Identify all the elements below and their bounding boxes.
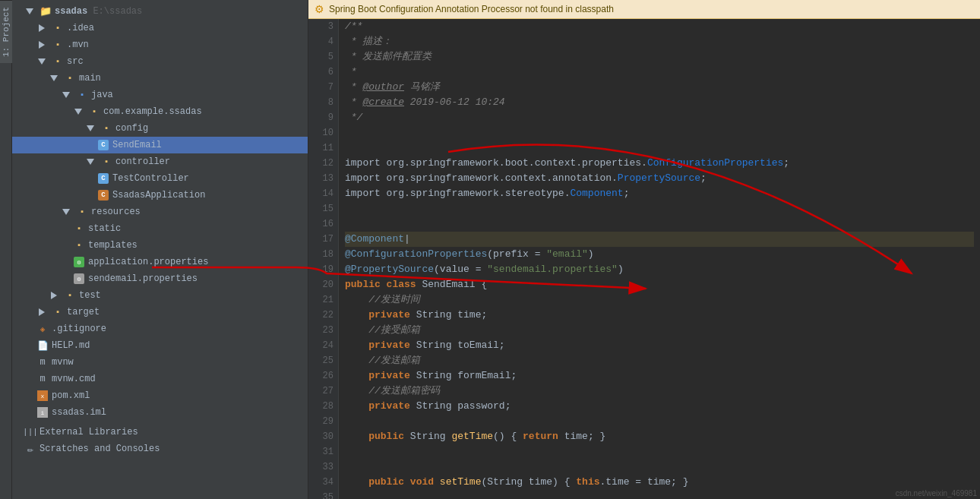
code-line-8: * @create 2019-06-12 10:24 [345,95,974,110]
arrow-down-src-icon [36,55,49,68]
tree-label-static: static [88,223,121,234]
tree-item-mvnwcmd[interactable]: m mvnw.cmd [12,371,308,387]
code-line-31 [345,444,974,460]
tree-item-mvnw[interactable]: m mvnw [12,354,308,371]
tree-label-java: java [91,90,113,100]
tree-item-root[interactable]: 📁 ssadas E:\ssadas [12,3,308,20]
code-line-33 [345,460,974,475]
arrow-right-icon [36,22,49,34]
tree-label-ssadas: ssadas E:\ssadas [55,6,142,17]
warning-banner[interactable]: ⚙ Spring Boot Configuration Annotation P… [308,0,980,19]
file-md-icon: 📄 [36,340,49,352]
arrow-down-icon [24,5,36,17]
tree-item-ssadasiml[interactable]: i ssadas.iml [12,404,308,421]
arrow-down-main-icon [49,72,61,84]
folder-test-icon: ▪ [64,289,76,302]
tree-item-mvn[interactable]: ▪ .mvn [12,36,308,53]
tree-label-test: test [79,290,101,301]
code-line-7: * @outhor 马铭泽 [345,80,974,95]
code-area: 3 4 5 6 7 8 9 10 11 12 13 14 15 16 17 18… [308,19,980,499]
code-editor-panel: ⚙ Spring Boot Configuration Annotation P… [308,0,980,499]
tree-item-src[interactable]: ▪ src [12,53,308,70]
arrow-down-java-icon [61,89,73,101]
tree-label-src: src [67,56,84,67]
folder-config-icon: ▪ [100,122,112,134]
scratches-icon: ✏ [24,443,36,455]
file-mvnw-icon: m [36,356,49,368]
arrow-right-target-icon [36,306,49,318]
code-line-16 [345,216,974,232]
code-line-18: @ConfigurationProperties(prefix = "email… [345,247,974,262]
tree-label-target: target [67,307,100,317]
folder-src-icon: ▪ [52,55,64,68]
tree-item-test[interactable]: ▪ test [12,287,308,304]
tree-item-testcontroller[interactable]: C TestController [12,170,308,187]
tree-item-target[interactable]: ▪ target [12,304,308,321]
folder-icon: 📁 [40,5,52,17]
tree-item-resources[interactable]: ▪ resources [12,204,308,220]
arrow-down-resources-icon [61,206,73,218]
tree-label-sendemailprops: sendemail.properties [88,273,198,284]
tree-label-helpmd: HELP.md [52,340,90,351]
left-sidebar-tab[interactable]: 1: Project [0,0,12,499]
arrow-down-config-icon [85,122,97,134]
code-line-17: @Component| [345,232,974,247]
tree-label-config: config [115,123,148,134]
code-line-3: /** [345,19,974,34]
tree-label-testcontroller: TestController [112,173,189,184]
arrow-down-com-icon [73,106,85,118]
folder-static-icon: ▪ [73,223,85,235]
tree-label-sendemail: SendEmail [112,140,162,150]
code-line-22: private String time; [345,308,974,323]
tree-item-ssadasapp[interactable]: C SsadasApplication [12,187,308,204]
tree-item-application-props[interactable]: ⚙ application.properties [12,254,308,270]
tree-label-templates: templates [88,240,138,251]
code-line-4: * 描述： [345,34,974,49]
code-line-19: @PropertySource(value = "sendemail.prope… [345,262,974,277]
class-ssadas-icon: C [97,189,109,201]
watermark: csdn.net/weixin_469981 [896,489,977,497]
tree-label-ssadasapp: SsadasApplication [112,190,205,201]
tree-item-templates[interactable]: ▪ templates [12,237,308,254]
code-line-15 [345,201,974,216]
tree-item-java[interactable]: ▪ java [12,87,308,103]
tree-item-static[interactable]: ▪ static [12,220,308,237]
tree-item-sendemail[interactable]: C SendEmail [12,137,308,153]
folder-resources-icon: ▪ [76,206,88,218]
code-content[interactable]: /** * 描述： * 发送邮件配置类 * * @outhor 马铭泽 * @c… [339,19,980,499]
tree-item-external-libs[interactable]: ||| External Libraries [12,424,308,441]
project-tab-label[interactable]: 1: Project [0,0,12,63]
folder-idea-icon: ▪ [52,22,64,34]
tree-container[interactable]: 📁 ssadas E:\ssadas ▪ .idea ▪ .mvn [12,0,308,499]
tree-item-pomxml[interactable]: x pom.xml [12,387,308,404]
tree-item-scratches[interactable]: ✏ Scratches and Consoles [12,441,308,457]
tree-label-idea: .idea [67,23,94,33]
tree-label-mvn: .mvn [67,39,89,50]
code-line-12: import org.springframework.boot.context.… [345,156,974,171]
tree-item-com[interactable]: ▪ com.example.ssadas [12,103,308,120]
tree-item-config[interactable]: ▪ config [12,120,308,137]
tree-label-appprops: application.properties [88,257,208,267]
main-container: 1: Project 📁 ssadas E:\ssadas ▪ .idea [0,0,980,499]
tree-item-helpmd[interactable]: 📄 HELP.md [12,337,308,354]
tree-label-mvnw: mvnw [52,357,74,368]
class-sendemail-icon: C [97,139,109,151]
folder-mvn-icon: ▪ [52,39,64,51]
tree-item-controller[interactable]: ▪ controller [12,153,308,170]
code-line-34: public void setTime(String time) { this.… [345,475,974,490]
arrow-down-controller-icon [85,156,97,168]
tree-item-main[interactable]: ▪ main [12,70,308,87]
arrow-right-extlib-icon: ||| [24,426,36,438]
tree-item-sendemail-props[interactable]: ⚙ sendemail.properties [12,270,308,287]
tree-label-scratches: Scratches and Consoles [40,444,160,454]
warning-text: Spring Boot Configuration Annotation Pro… [329,4,614,14]
code-line-23: //接受邮箱 [345,323,974,338]
tree-item-idea[interactable]: ▪ .idea [12,20,308,36]
code-line-6: * [345,65,974,80]
tree-item-gitignore[interactable]: ◈ .gitignore [12,321,308,337]
code-line-13: import org.springframework.context.annot… [345,171,974,186]
code-line-30: public String getTime() { return time; } [345,429,974,444]
folder-templates-icon: ▪ [73,239,85,251]
line-numbers: 3 4 5 6 7 8 9 10 11 12 13 14 15 16 17 18… [308,19,339,499]
folder-controller-icon: ▪ [100,156,112,168]
